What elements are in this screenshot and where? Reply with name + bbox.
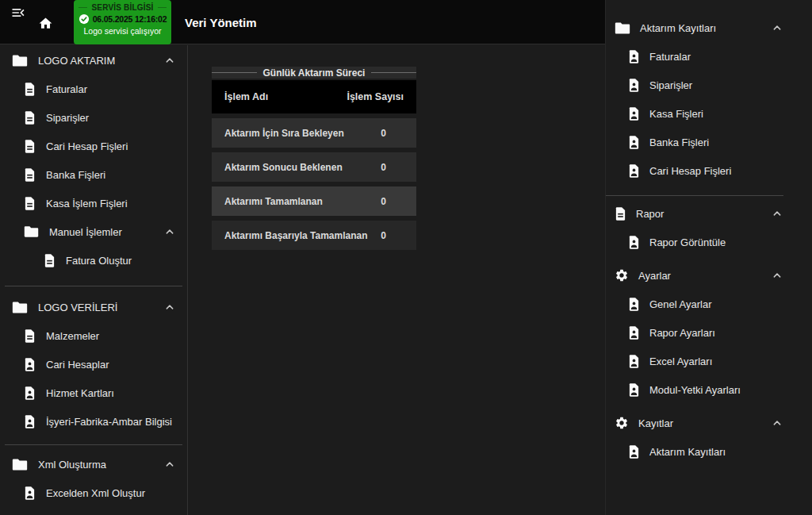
sidebar-section-rapor[interactable]: Rapor (606, 199, 812, 228)
file-lines-icon (24, 196, 36, 210)
sidebar-item-faturalar[interactable]: Faturalar (0, 75, 187, 103)
sidebar-item-aktarim-kayitlari[interactable]: Aktarım Kayıtları (606, 437, 812, 466)
service-timestamp: 06.05.2025 12:16:02 (93, 14, 167, 24)
sidebar-item-banka-fisleri[interactable]: Banka Fişleri (0, 160, 187, 189)
service-status-text: Logo servisi çalışıyor (83, 26, 161, 36)
row-count: 0 (381, 128, 416, 139)
file-person-icon (628, 135, 640, 149)
file-person-icon (628, 325, 640, 340)
file-person-icon (628, 354, 640, 368)
sidebar-item-isyeri-fabrika-ambar-bilgisi[interactable]: İşyeri-Fabrika-Ambar Bilgisi (0, 407, 187, 436)
file-person-icon (628, 163, 640, 178)
table-row: Aktarımı Başarıyla Tamamlanan 0 (212, 221, 416, 250)
left-sidebar: LOGO AKTARIM Faturalar Siparişler Cari H… (0, 45, 188, 515)
sidebar-section-aktarim-kayitlari[interactable]: Aktarım Kayıtları (606, 13, 812, 42)
table-row: Aktarımı Tamamlanan 0 (212, 186, 416, 216)
file-lines-icon (24, 329, 36, 343)
file-lines-icon (24, 139, 36, 153)
section-divider (5, 286, 182, 286)
right-sidebar: Aktarım Kayıtları Faturalar Siparişler K… (605, 0, 812, 515)
service-status-badge: SERVİS BİLGİSİ 06.05.2025 12:16:02 Logo … (74, 0, 171, 44)
chevron-up-icon (771, 417, 783, 429)
sidebar-item-siparisler-kayit[interactable]: Siparişler (606, 71, 812, 99)
gear-icon (615, 268, 629, 282)
row-count: 0 (381, 196, 416, 207)
panel-title: Günlük Aktarım Süreci (212, 67, 416, 79)
file-person-icon (24, 414, 36, 429)
file-person-icon (24, 357, 36, 371)
sidebar-item-banka-fisleri-kayit[interactable]: Banka Fişleri (606, 128, 812, 156)
sidebar-item-kasa-fisleri-kayit[interactable]: Kasa Fişleri (606, 99, 812, 128)
file-person-icon (628, 382, 640, 397)
chevron-up-icon (771, 207, 783, 220)
page-title: Veri Yönetim (185, 0, 257, 44)
sidebar-section-kayitlar[interactable]: Kayıtlar (606, 409, 812, 437)
sidebar-item-malzemeler[interactable]: Malzemeler (0, 321, 187, 350)
row-count: 0 (381, 230, 416, 241)
chevron-up-icon (771, 269, 783, 282)
folder-icon (12, 301, 28, 314)
sidebar-item-kasa-islem-fisleri[interactable]: Kasa İşlem Fişleri (0, 189, 187, 217)
file-person-icon (628, 78, 640, 92)
app-root: SERVİS BİLGİSİ 06.05.2025 12:16:02 Logo … (0, 0, 812, 515)
table-row: Aktarım İçin Sıra Bekleyen 0 (212, 118, 416, 148)
file-lines-icon (24, 110, 36, 125)
sidebar-group-manuel-islemler[interactable]: Manuel İşlemler (0, 217, 187, 246)
menu-toggle-button[interactable] (10, 5, 26, 21)
service-badge-title: SERVİS BİLGİSİ (79, 3, 167, 12)
sidebar-item-cari-hesap-fisleri[interactable]: Cari Hesap Fişleri (0, 132, 187, 160)
home-button[interactable] (38, 16, 53, 31)
row-count: 0 (381, 162, 416, 173)
column-header-islem-sayisi: İşlem Sayısı (347, 91, 416, 102)
sidebar-item-rapor-ayarlari[interactable]: Rapor Ayarları (606, 318, 812, 347)
folder-icon (12, 458, 28, 471)
file-lines-icon (24, 82, 36, 96)
sidebar-section-logo-verileri[interactable]: LOGO VERİLERİ (0, 293, 187, 321)
sidebar-item-cari-hesap-fisleri-kayit[interactable]: Cari Hesap Fişleri (606, 156, 812, 185)
sidebar-item-excelden-xml-olustur[interactable]: Excelden Xml Oluştur (0, 478, 187, 507)
sidebar-item-faturalar-kayit[interactable]: Faturalar (606, 42, 812, 71)
file-person-icon (628, 49, 640, 63)
sidebar-item-hizmet-kartlari[interactable]: Hizmet Kartları (0, 379, 187, 407)
gear-icon (615, 416, 629, 430)
sidebar-item-genel-ayarlar[interactable]: Genel Ayarlar (606, 290, 812, 318)
chevron-up-icon (163, 301, 176, 313)
table-header-row: İşlem Adı İşlem Sayısı (212, 80, 416, 113)
section-divider (5, 444, 182, 445)
sidebar-item-fatura-olustur[interactable]: Fatura Oluştur (0, 246, 187, 275)
daily-transfer-panel: Günlük Aktarım Süreci İşlem Adı İşlem Sa… (212, 67, 416, 250)
file-person-icon (628, 297, 640, 311)
sidebar-item-siparisler[interactable]: Siparişler (0, 103, 187, 132)
sidebar-item-excel-ayarlari[interactable]: Excel Ayarları (606, 347, 812, 375)
file-lines-icon (24, 167, 36, 182)
column-header-islem-adi: İşlem Adı (212, 91, 268, 102)
file-person-icon (628, 444, 640, 459)
folder-icon (12, 54, 28, 67)
folder-icon (24, 225, 39, 238)
section-divider (606, 195, 783, 196)
check-circle-icon (79, 13, 90, 25)
chevron-up-icon (163, 225, 176, 238)
menu-open-icon (10, 5, 26, 21)
file-lines-icon (615, 206, 626, 221)
file-person-icon (24, 386, 36, 400)
table-row: Aktarım Sonucu Beklenen 0 (212, 152, 416, 182)
sidebar-section-logo-aktarim[interactable]: LOGO AKTARIM (0, 46, 187, 75)
chevron-up-icon (163, 54, 176, 67)
chevron-up-icon (163, 458, 176, 471)
sidebar-item-cari-hesaplar[interactable]: Cari Hesaplar (0, 350, 187, 379)
sidebar-section-xml-olusturma[interactable]: Xml Oluşturma (0, 450, 187, 478)
home-icon (38, 16, 53, 31)
file-lines-icon (44, 253, 56, 267)
chevron-up-icon (771, 21, 783, 34)
folder-icon (615, 21, 630, 35)
file-person-icon (628, 235, 640, 249)
file-person-icon (24, 486, 36, 500)
topbar: SERVİS BİLGİSİ 06.05.2025 12:16:02 Logo … (0, 0, 605, 44)
sidebar-item-modul-yetki-ayarlari[interactable]: Modul-Yetki Ayarları (606, 375, 812, 404)
sidebar-section-ayarlar[interactable]: Ayarlar (606, 261, 812, 290)
sidebar-item-rapor-goruntule[interactable]: Rapor Görüntüle (606, 228, 812, 256)
file-person-icon (628, 106, 640, 121)
